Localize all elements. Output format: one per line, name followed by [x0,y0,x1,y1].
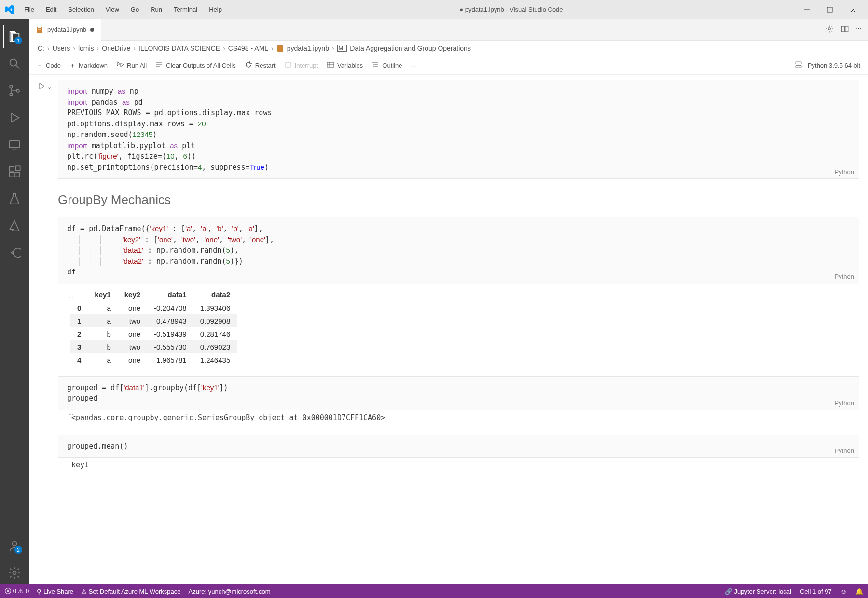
svg-point-16 [12,542,16,546]
code-editor[interactable]: df = pd.DataFrame({'key1' : ['a', 'a', '… [58,217,859,284]
crumb[interactable]: pydata1.ipynb [287,44,329,52]
menu-terminal[interactable]: Terminal [169,4,202,15]
testing-icon[interactable] [3,187,26,210]
menu-selection[interactable]: Selection [63,4,98,15]
svg-rect-36 [796,66,801,68]
status-errors[interactable]: ⓧ 0 ⚠ 0 [5,587,29,596]
svg-rect-13 [15,172,19,177]
lang-indicator: Python [835,167,854,177]
crumb[interactable]: Users [53,44,70,52]
kernel-selector[interactable]: Python 3.9.5 64-bit [808,62,860,69]
code-cell[interactable]: df = pd.DataFrame({'key1' : ['a', 'a', '… [58,217,859,367]
svg-rect-22 [841,26,844,32]
menu-run[interactable]: Run [146,4,167,15]
variables-icon [327,61,334,70]
status-azure-account[interactable]: Azure: yunch@microsoft.com [189,588,271,595]
code-editor[interactable]: grouped.mean()Python [58,435,859,458]
settings-gear-icon[interactable] [3,561,26,584]
status-cell-position[interactable]: Cell 1 of 97 [800,588,832,595]
markdown-icon: M↓ [337,45,347,52]
status-jupyter[interactable]: 🔗 Jupyter Server: local [725,588,791,595]
menu-go[interactable]: Go [126,4,144,15]
activity-bar: 1 2 [0,19,29,584]
crumb[interactable]: CS498 - AML [228,44,268,52]
status-liveshare[interactable]: ⚲ Live Share [37,588,73,595]
source-control-icon[interactable] [3,79,26,102]
chevron-down-icon[interactable]: ⌄ [47,84,52,90]
maximize-button[interactable] [819,2,841,17]
svg-rect-29 [327,62,334,67]
notebook-toolbar: ＋Code ＋Markdown Run All Clear Outputs of… [29,56,868,75]
code-cell[interactable]: ⌄ import numpy as np import pandas as pd… [58,80,859,179]
share-icon[interactable] [3,241,26,264]
titlebar: File Edit Selection View Go Run Terminal… [0,0,868,19]
settings-icon[interactable] [825,25,834,35]
svg-rect-1 [827,7,832,12]
run-cell-icon[interactable] [38,82,45,92]
menu-edit[interactable]: Edit [41,4,61,15]
svg-point-17 [13,571,16,575]
svg-point-7 [10,93,13,96]
broadcast-icon: ⚲ [37,588,41,595]
svg-rect-12 [10,172,14,177]
toolbar-more-button[interactable]: ··· [411,62,416,69]
crumb[interactable]: ILLONOIS DATA SCIENCE [138,44,220,52]
minimize-button[interactable] [796,2,818,17]
feedback-icon[interactable]: ☺ [840,588,847,595]
clear-outputs-button[interactable]: Clear Outputs of All Cells [155,61,236,70]
restart-button[interactable]: Restart [245,61,276,70]
svg-rect-11 [10,167,14,171]
close-button[interactable] [842,2,864,17]
svg-point-15 [14,248,21,258]
crumb[interactable]: lomis [78,44,94,52]
run-all-button[interactable]: Run All [116,61,147,70]
explorer-badge: 1 [14,37,22,44]
window-controls [796,2,864,17]
crumb[interactable]: Data Aggregation and Group Operations [350,44,471,52]
svg-point-21 [828,28,831,30]
more-icon[interactable]: ··· [856,25,861,35]
menu-view[interactable]: View [101,4,124,15]
clear-icon [155,61,163,70]
exec-indicator: ··· [69,458,74,465]
code-cell[interactable]: grouped = df['data1'].groupby(df['key1']… [58,376,859,425]
svg-rect-23 [845,26,848,32]
lang-indicator: Python [835,398,854,408]
crumb[interactable]: C: [38,44,44,52]
svg-rect-24 [277,45,283,52]
interrupt-button: Interrupt [284,61,318,70]
notifications-icon[interactable]: 🔔 [855,588,863,595]
notebook-icon [36,26,43,34]
variables-button[interactable]: Variables [327,61,363,70]
remote-icon[interactable] [3,133,26,156]
add-code-button[interactable]: ＋Code [37,61,61,70]
code-editor[interactable]: import numpy as np import pandas as pd P… [58,80,859,179]
menu-help[interactable]: Help [204,4,227,15]
explorer-icon[interactable]: 1 [3,25,26,48]
crumb[interactable]: OneDrive [102,44,130,52]
code-editor[interactable]: grouped = df['data1'].groupby(df['key1']… [58,376,859,410]
status-azure-ws[interactable]: ⚠ Set Default Azure ML Workspace [81,588,180,595]
run-debug-icon[interactable] [3,106,26,129]
search-icon[interactable] [3,52,26,75]
server-icon [794,60,803,70]
tab-pydata1[interactable]: pydata1.ipynb [29,19,101,41]
svg-rect-19 [38,27,41,28]
code-cell[interactable]: grouped.mean()Python ··· key1 [58,435,859,473]
markdown-heading[interactable]: GroupBy Mechanics [58,192,859,207]
add-markdown-button[interactable]: ＋Markdown [69,61,108,70]
accounts-icon[interactable]: 2 [3,534,26,557]
restart-icon [245,61,252,70]
svg-rect-14 [15,166,20,170]
outline-icon [372,61,379,70]
outline-button[interactable]: Outline [372,61,402,70]
svg-point-8 [16,89,19,92]
extensions-icon[interactable] [3,160,26,183]
lang-indicator: Python [835,272,854,282]
menu-file[interactable]: File [19,4,39,15]
azure-icon[interactable] [3,214,26,237]
breadcrumbs[interactable]: C:› Users› lomis› OneDrive› ILLONOIS DAT… [29,41,868,56]
notebook-content[interactable]: ⌄ import numpy as np import pandas as pd… [29,75,868,584]
split-editor-icon[interactable] [840,25,849,35]
tab-label: pydata1.ipynb [47,26,86,33]
